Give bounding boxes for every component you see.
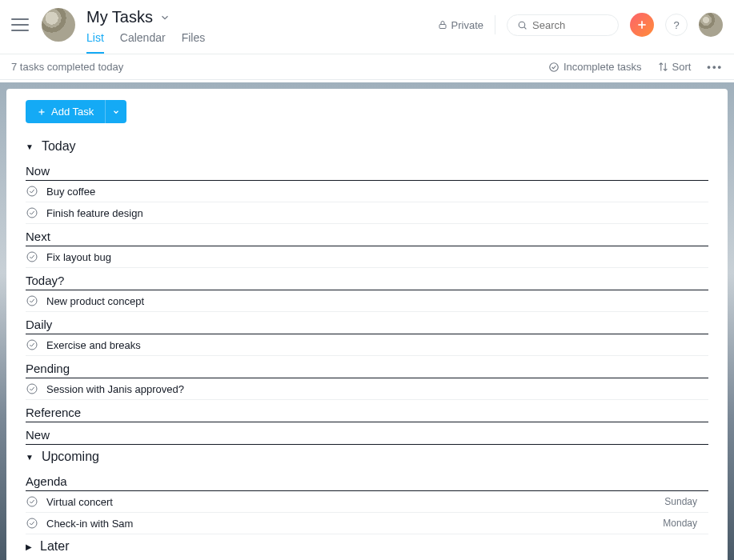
complete-check-icon[interactable]: [26, 495, 38, 508]
title-row: My Tasks: [86, 8, 205, 26]
complete-check-icon[interactable]: [26, 206, 38, 219]
section-toggle[interactable]: ▼Upcoming: [26, 445, 708, 469]
svg-point-12: [27, 340, 37, 350]
task-title: New product concept: [46, 295, 708, 307]
triangle-down-icon: ▼: [26, 142, 34, 151]
quick-add-button[interactable]: [630, 13, 654, 37]
task-row[interactable]: Finish feature design: [26, 202, 708, 224]
add-task-button[interactable]: Add Task: [26, 100, 105, 123]
chevron-down-icon: [112, 108, 120, 116]
tabs: List Calendar Files: [86, 31, 205, 54]
page-title: My Tasks: [86, 8, 153, 26]
task-title: Exercise and breaks: [46, 339, 708, 351]
user-avatar[interactable]: [699, 13, 723, 37]
search-icon: [517, 20, 527, 30]
privacy-button[interactable]: Private: [438, 19, 483, 31]
tab-files[interactable]: Files: [182, 31, 206, 54]
svg-rect-0: [439, 25, 446, 29]
add-task-group: Add Task: [26, 100, 126, 123]
topbar: My Tasks List Calendar Files Private: [0, 0, 734, 54]
sort-icon: [658, 62, 668, 72]
task-row[interactable]: New product concept: [26, 290, 708, 312]
task-date: Monday: [663, 518, 697, 529]
search-input[interactable]: [532, 19, 604, 31]
subbar: 7 tasks completed today Incomplete tasks…: [0, 54, 734, 80]
chevron-down-icon[interactable]: [159, 12, 170, 23]
group-header[interactable]: Next: [26, 226, 708, 246]
task-title: Virtual concert: [46, 496, 656, 508]
triangle-right-icon: ▶: [26, 542, 32, 551]
sort-button[interactable]: Sort: [658, 61, 692, 73]
divider: [495, 15, 495, 34]
section-toggle[interactable]: ▶Later: [26, 534, 708, 558]
tab-calendar[interactable]: Calendar: [120, 31, 166, 54]
svg-point-11: [27, 296, 37, 306]
check-circle-icon: [548, 62, 560, 73]
triangle-down-icon: ▼: [26, 453, 34, 462]
group-header[interactable]: Now: [26, 160, 708, 181]
more-menu-icon[interactable]: •••: [707, 61, 723, 73]
complete-check-icon[interactable]: [26, 250, 38, 263]
lock-icon: [438, 20, 447, 30]
svg-point-15: [27, 518, 37, 528]
svg-line-2: [524, 26, 526, 28]
section-title: Upcoming: [42, 450, 99, 464]
task-row[interactable]: Exercise and breaks: [26, 334, 708, 356]
privacy-label: Private: [451, 19, 483, 31]
svg-point-5: [550, 62, 559, 71]
task-title: Check-in with Sam: [46, 518, 655, 530]
hamburger-menu-icon[interactable]: [11, 16, 29, 34]
svg-point-13: [27, 384, 37, 394]
filter-button[interactable]: Incomplete tasks: [548, 61, 642, 73]
task-date: Sunday: [664, 496, 697, 507]
tab-list[interactable]: List: [86, 31, 104, 54]
section-toggle[interactable]: ▼Today: [26, 134, 708, 158]
svg-point-14: [27, 497, 37, 506]
sort-label: Sort: [672, 61, 692, 73]
task-title: Session with Janis approved?: [46, 383, 708, 395]
filter-label: Incomplete tasks: [564, 61, 642, 73]
complete-check-icon[interactable]: [26, 338, 38, 351]
complete-check-icon[interactable]: [26, 382, 38, 395]
group-header[interactable]: Agenda: [26, 470, 708, 491]
topbar-right: Private ?: [438, 13, 723, 37]
svg-point-8: [27, 186, 37, 196]
completed-summary: 7 tasks completed today: [11, 61, 123, 73]
group-header[interactable]: New: [26, 424, 708, 445]
complete-check-icon[interactable]: [26, 185, 38, 198]
svg-point-10: [27, 252, 37, 262]
add-task-label: Add Task: [51, 106, 94, 118]
content-background: Add Task ▼TodayNowBuy coffeeFinish featu…: [0, 82, 734, 560]
task-row[interactable]: Fix layout bug: [26, 246, 708, 268]
add-task-dropdown[interactable]: [105, 100, 126, 123]
group-header[interactable]: Today?: [26, 270, 708, 290]
svg-point-9: [27, 208, 37, 218]
title-block: My Tasks List Calendar Files: [86, 8, 205, 54]
complete-check-icon[interactable]: [26, 294, 38, 307]
task-row[interactable]: Virtual concertSunday: [26, 491, 708, 513]
help-button[interactable]: ?: [665, 14, 688, 36]
workspace-avatar[interactable]: [42, 8, 75, 42]
group-header[interactable]: Pending: [26, 358, 708, 378]
subbar-right: Incomplete tasks Sort •••: [548, 61, 723, 73]
group-header[interactable]: Reference: [26, 402, 708, 422]
task-row[interactable]: Session with Janis approved?: [26, 378, 708, 400]
task-row[interactable]: Check-in with SamMonday: [26, 513, 708, 534]
svg-point-1: [519, 22, 525, 28]
section-title: Later: [40, 539, 69, 554]
group-header[interactable]: Daily: [26, 314, 708, 334]
task-title: Fix layout bug: [46, 251, 708, 263]
task-row[interactable]: Buy coffee: [26, 181, 708, 202]
search-box[interactable]: [507, 14, 619, 36]
section-title: Today: [42, 139, 76, 154]
task-title: Buy coffee: [46, 186, 708, 198]
task-title: Finish feature design: [46, 207, 708, 219]
plus-icon: [37, 107, 46, 117]
complete-check-icon[interactable]: [26, 517, 38, 530]
task-card: Add Task ▼TodayNowBuy coffeeFinish featu…: [6, 89, 728, 560]
